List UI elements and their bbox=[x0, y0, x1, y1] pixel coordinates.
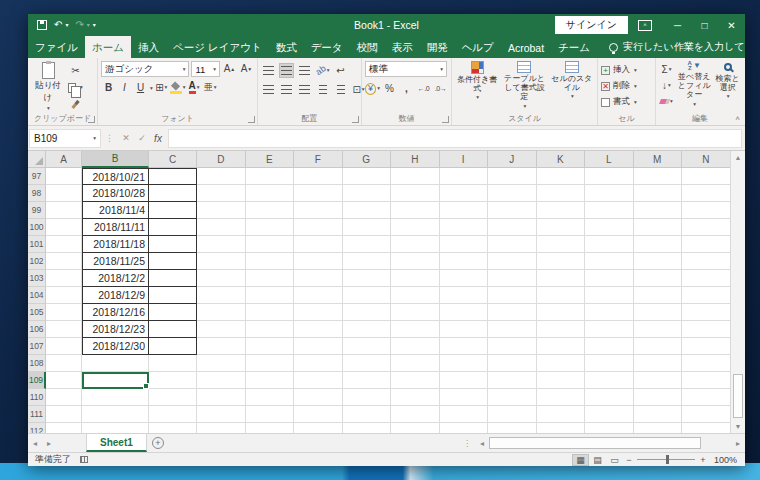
cell-K109[interactable] bbox=[537, 372, 586, 389]
cell-H101[interactable] bbox=[391, 236, 440, 253]
format-as-table-button[interactable]: テーブルとして書式設定 ▾ bbox=[502, 61, 546, 112]
fill-color-button[interactable]: ▾ bbox=[170, 80, 186, 95]
phonetic-guide-button[interactable]: 亜▾ bbox=[203, 80, 218, 95]
copy-button[interactable]: ▾ bbox=[68, 80, 83, 95]
conditional-formatting-button[interactable]: 条件付き書式 ▾ bbox=[455, 61, 499, 112]
cell-I111[interactable] bbox=[440, 406, 489, 423]
cell-M104[interactable] bbox=[634, 287, 683, 304]
cut-button[interactable]: ✂ bbox=[68, 63, 83, 78]
cell-I103[interactable] bbox=[440, 270, 489, 287]
cell-M111[interactable] bbox=[634, 406, 683, 423]
cell-M105[interactable] bbox=[634, 304, 683, 321]
cell-D104[interactable] bbox=[197, 287, 246, 304]
cell-N103[interactable] bbox=[682, 270, 731, 287]
cell-J109[interactable] bbox=[488, 372, 537, 389]
cell-I108[interactable] bbox=[440, 355, 489, 372]
cell-J104[interactable] bbox=[488, 287, 537, 304]
cell-I100[interactable] bbox=[440, 219, 489, 236]
cell-E110[interactable] bbox=[246, 389, 295, 406]
cell-E106[interactable] bbox=[246, 321, 295, 338]
cell-B110[interactable] bbox=[82, 389, 149, 406]
cell-E108[interactable] bbox=[246, 355, 295, 372]
cell-J97[interactable] bbox=[488, 168, 537, 185]
cell-A106[interactable] bbox=[46, 321, 82, 338]
middle-align-button[interactable] bbox=[279, 63, 294, 78]
view-page-layout-button[interactable]: ▤ bbox=[589, 455, 606, 465]
scroll-down-icon[interactable]: ▼ bbox=[731, 423, 745, 430]
view-page-break-button[interactable]: ▭ bbox=[606, 455, 623, 465]
column-header-J[interactable]: J bbox=[488, 151, 537, 168]
cell-E111[interactable] bbox=[246, 406, 295, 423]
qat-customize-button[interactable]: ▾ bbox=[93, 22, 96, 28]
cell-F112[interactable] bbox=[294, 423, 343, 433]
close-button[interactable]: ✕ bbox=[718, 14, 745, 36]
cell-D105[interactable] bbox=[197, 304, 246, 321]
hscroll-left-icon[interactable]: ◂ bbox=[475, 434, 489, 452]
cell-N109[interactable] bbox=[682, 372, 731, 389]
sheet-tab-sheet1[interactable]: Sheet1 bbox=[86, 434, 147, 452]
column-header-N[interactable]: N bbox=[682, 151, 731, 168]
cell-E107[interactable] bbox=[246, 338, 295, 355]
cell-L98[interactable] bbox=[585, 185, 634, 202]
undo-caret-icon[interactable]: ▾ bbox=[65, 22, 68, 28]
cell-A100[interactable] bbox=[46, 219, 82, 236]
cell-F100[interactable] bbox=[294, 219, 343, 236]
tab-view[interactable]: 表示 bbox=[385, 36, 420, 58]
cell-C97[interactable] bbox=[149, 168, 197, 185]
cell-K106[interactable] bbox=[537, 321, 586, 338]
row-header-110[interactable]: 110 bbox=[28, 389, 46, 406]
cell-N99[interactable] bbox=[682, 202, 731, 219]
cell-D110[interactable] bbox=[197, 389, 246, 406]
cell-K108[interactable] bbox=[537, 355, 586, 372]
cell-L106[interactable] bbox=[585, 321, 634, 338]
scroll-up-icon[interactable]: ▲ bbox=[731, 154, 745, 161]
cell-M109[interactable] bbox=[634, 372, 683, 389]
cell-C100[interactable] bbox=[149, 219, 197, 236]
tab-file[interactable]: ファイル bbox=[28, 36, 85, 58]
cell-B108[interactable] bbox=[82, 355, 149, 372]
cell-J106[interactable] bbox=[488, 321, 537, 338]
cell-L109[interactable] bbox=[585, 372, 634, 389]
wrap-text-button[interactable]: ↩ bbox=[333, 63, 348, 78]
cell-M97[interactable] bbox=[634, 168, 683, 185]
cell-C102[interactable] bbox=[149, 253, 197, 270]
name-box[interactable]: B109▾ bbox=[29, 129, 101, 148]
row-header-100[interactable]: 100 bbox=[28, 219, 46, 236]
cell-G112[interactable] bbox=[343, 423, 392, 433]
cell-M98[interactable] bbox=[634, 185, 683, 202]
fill-button[interactable]: ↓▾ bbox=[659, 78, 674, 93]
cell-C99[interactable] bbox=[149, 202, 197, 219]
cell-E101[interactable] bbox=[246, 236, 295, 253]
tab-help[interactable]: ヘルプ bbox=[455, 36, 501, 58]
cell-F111[interactable] bbox=[294, 406, 343, 423]
horizontal-scroll-thumb[interactable] bbox=[489, 437, 701, 449]
cell-G105[interactable] bbox=[343, 304, 392, 321]
column-header-B[interactable]: B bbox=[82, 151, 149, 168]
cell-E97[interactable] bbox=[246, 168, 295, 185]
cell-A109[interactable] bbox=[46, 372, 82, 389]
column-header-F[interactable]: F bbox=[294, 151, 343, 168]
view-normal-button[interactable]: ▦ bbox=[572, 454, 589, 466]
collapse-ribbon-button[interactable]: ˄ bbox=[735, 114, 740, 123]
comma-style-button[interactable]: , bbox=[399, 81, 414, 96]
cell-H106[interactable] bbox=[391, 321, 440, 338]
cell-B106[interactable]: 2018/12/23 bbox=[82, 321, 149, 338]
cell-N102[interactable] bbox=[682, 253, 731, 270]
cell-F101[interactable] bbox=[294, 236, 343, 253]
tab-review[interactable]: 校閲 bbox=[350, 36, 385, 58]
cell-L103[interactable] bbox=[585, 270, 634, 287]
cell-N97[interactable] bbox=[682, 168, 731, 185]
cell-B97[interactable]: 2018/10/21 bbox=[82, 168, 149, 185]
italic-button[interactable]: I bbox=[117, 80, 132, 95]
delete-cells-button[interactable]: ✕削除▾ bbox=[601, 79, 637, 93]
cell-L99[interactable] bbox=[585, 202, 634, 219]
cell-M112[interactable] bbox=[634, 423, 683, 433]
maximize-button[interactable]: □ bbox=[691, 14, 718, 36]
cell-F107[interactable] bbox=[294, 338, 343, 355]
cell-M108[interactable] bbox=[634, 355, 683, 372]
zoom-slider-thumb[interactable] bbox=[666, 455, 669, 464]
row-header-112[interactable]: 112 bbox=[28, 423, 46, 433]
column-header-G[interactable]: G bbox=[343, 151, 392, 168]
cell-J110[interactable] bbox=[488, 389, 537, 406]
redo-caret-icon[interactable]: ▾ bbox=[87, 22, 90, 28]
